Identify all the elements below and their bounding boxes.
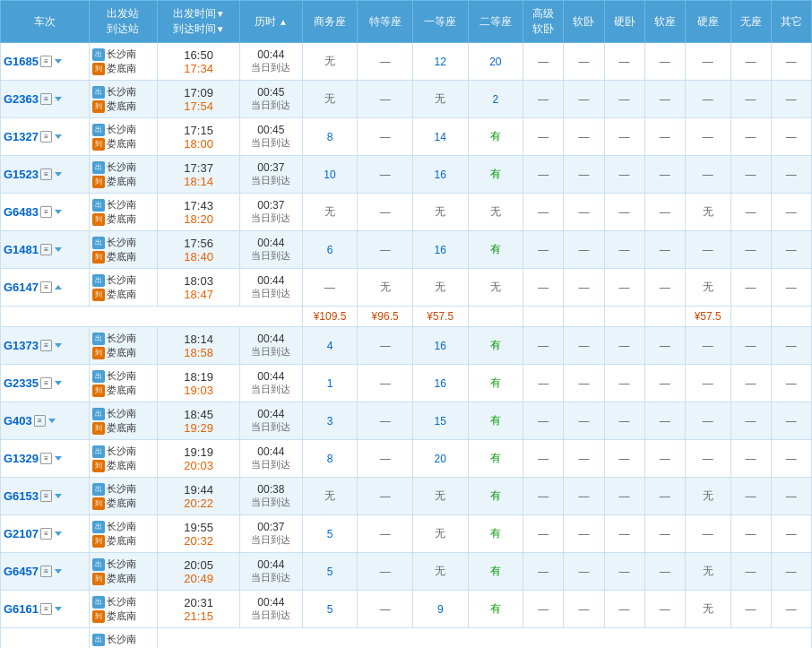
train-number[interactable]: G1685 ≡ (1, 43, 90, 81)
train-number[interactable]: G2107 ≡ (1, 515, 90, 553)
arr-time: 21:15 (160, 609, 237, 623)
train-number[interactable]: G1373 ≡ (1, 327, 90, 365)
dep-station: 长沙南 (107, 85, 136, 99)
table-cell: — (604, 365, 644, 402)
train-number[interactable]: G1481 ≡ (1, 231, 90, 269)
table-cell: — (771, 327, 811, 365)
train-number[interactable]: G6483 ≡ (1, 194, 90, 231)
table-cell: 无 (302, 81, 358, 118)
table-cell[interactable]: 16 (412, 327, 468, 365)
train-number[interactable]: G2363 ≡ (1, 81, 90, 118)
arr-station: 娄底南 (107, 99, 136, 113)
dep-time: 16:50 (160, 48, 237, 62)
arr-station-icon: 到 (92, 573, 105, 585)
table-cell: — (730, 591, 771, 628)
col-second: 二等座 (468, 1, 523, 43)
train-number[interactable]: G6147 ≡ (1, 269, 90, 307)
arr-station-icon: 到 (92, 610, 105, 623)
table-cell: — (564, 156, 604, 194)
table-cell[interactable]: 20 (412, 440, 468, 478)
train-number[interactable]: G403 ≡ (1, 402, 90, 440)
table-cell[interactable]: 16 (412, 365, 468, 402)
train-number[interactable] (1, 628, 90, 649)
train-detail-icon[interactable]: ≡ (40, 206, 52, 218)
train-number[interactable]: G1329 ≡ (1, 440, 90, 478)
train-detail-icon[interactable]: ≡ (40, 340, 52, 351)
col-duration[interactable]: 历时 ▲ (239, 1, 302, 43)
table-cell[interactable]: 1 (302, 365, 358, 402)
table-cell[interactable]: 15 (412, 402, 468, 440)
arr-station: 娄底南 (107, 137, 136, 151)
train-number[interactable]: G6153 ≡ (1, 478, 90, 515)
table-cell[interactable]: 5 (302, 553, 358, 591)
train-detail-icon[interactable]: ≡ (40, 566, 52, 577)
train-detail-icon[interactable]: ≡ (40, 453, 52, 464)
table-cell[interactable]: 20 (468, 43, 523, 81)
price-business: ¥109.5 (302, 307, 358, 327)
time-cell: 18:14 18:58 (158, 327, 240, 365)
train-detail-icon[interactable]: ≡ (40, 93, 52, 105)
train-detail-icon[interactable]: ≡ (40, 377, 52, 389)
table-cell: — (644, 194, 685, 231)
arr-station-icon: 到 (92, 347, 105, 359)
table-cell: — (604, 327, 644, 365)
train-detail-icon[interactable]: ≡ (40, 56, 52, 67)
arr-time: 18:40 (160, 250, 237, 264)
table-cell: — (523, 156, 564, 194)
arr-time: 20:49 (160, 572, 237, 585)
col-times[interactable]: 出发时间▼到达时间▼ (158, 1, 240, 43)
train-number[interactable]: G1327 ≡ (1, 118, 90, 156)
table-cell[interactable]: 6 (302, 231, 358, 269)
duration: 00:45 (243, 86, 299, 99)
train-number[interactable]: G6161 ≡ (1, 591, 90, 628)
table-cell: — (523, 269, 564, 307)
dep-station-icon: 出 (92, 86, 105, 99)
table-cell[interactable]: 5 (302, 591, 358, 628)
table-cell: — (523, 118, 564, 156)
arr-station: 娄底南 (107, 346, 136, 359)
arr-station-icon: 到 (92, 422, 105, 435)
dep-station: 长沙南 (107, 407, 136, 420)
table-cell[interactable]: 8 (302, 440, 358, 478)
table-cell[interactable]: 4 (302, 327, 358, 365)
train-detail-icon[interactable]: ≡ (40, 168, 52, 180)
table-cell: — (564, 515, 604, 553)
table-cell: — (358, 515, 413, 553)
train-detail-icon[interactable]: ≡ (40, 131, 52, 143)
table-cell[interactable]: 12 (412, 43, 468, 81)
table-cell[interactable]: 5 (302, 515, 358, 553)
dep-station: 长沙南 (107, 332, 136, 345)
train-detail-icon[interactable]: ≡ (40, 281, 52, 293)
station-cell: 出 长沙南 到 娄底南 (89, 591, 158, 628)
duration-cell: 00:37 当日到达 (239, 156, 302, 194)
table-cell[interactable]: 3 (302, 402, 358, 440)
dep-time: 19:44 (160, 483, 237, 497)
train-detail-icon[interactable]: ≡ (40, 528, 52, 540)
table-cell: — (730, 478, 771, 515)
duration: 00:44 (243, 596, 299, 609)
table-row: G6483 ≡ 出 长沙南 到 娄底南 17:43 18:20 00:37 当日… (1, 194, 812, 231)
train-number[interactable]: G1523 ≡ (1, 156, 90, 194)
table-cell[interactable]: 10 (302, 156, 358, 194)
table-cell[interactable]: 9 (412, 591, 468, 628)
same-day-note: 当日到达 (243, 99, 299, 112)
table-cell[interactable]: 8 (302, 118, 358, 156)
train-number[interactable]: G6457 ≡ (1, 553, 90, 591)
table-cell: — (358, 402, 413, 440)
train-detail-icon[interactable]: ≡ (34, 415, 46, 427)
table-cell[interactable]: 14 (412, 118, 468, 156)
time-cell: 17:09 17:54 (158, 81, 240, 118)
table-cell[interactable]: 2 (468, 81, 523, 118)
table-cell[interactable]: 16 (412, 231, 468, 269)
dep-time: 19:19 (160, 445, 237, 459)
train-detail-icon[interactable]: ≡ (40, 603, 52, 615)
table-cell[interactable]: 16 (412, 156, 468, 194)
arr-time: 19:03 (160, 384, 237, 397)
time-cell: 19:55 20:32 (158, 515, 240, 553)
duration-cell: 00:44 当日到达 (239, 440, 302, 478)
duration: 00:44 (243, 237, 299, 249)
train-detail-icon[interactable]: ≡ (40, 244, 52, 255)
train-number[interactable]: G2335 ≡ (1, 365, 90, 402)
train-detail-icon[interactable]: ≡ (40, 490, 52, 502)
duration-cell: 00:44 当日到达 (239, 553, 302, 591)
